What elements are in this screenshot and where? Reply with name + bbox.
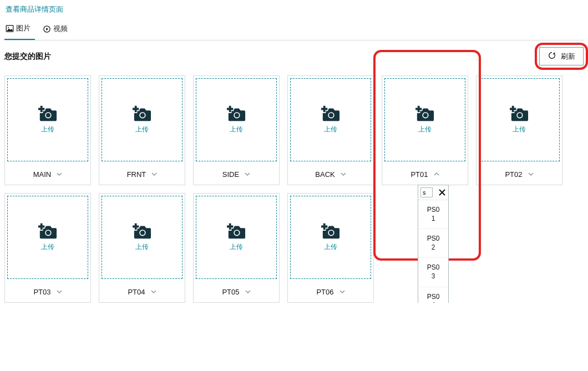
upload-card-pt06: 上传 PT06 bbox=[287, 193, 374, 303]
svg-point-14 bbox=[518, 113, 522, 118]
refresh-button[interactable]: 刷新 bbox=[539, 47, 584, 65]
upload-dropzone[interactable]: 上传 bbox=[7, 78, 88, 161]
refresh-label: 刷新 bbox=[561, 52, 575, 62]
upload-label: 上传 bbox=[230, 242, 243, 252]
camera-plus-icon bbox=[321, 223, 340, 241]
upload-dropzone[interactable]: 上传 bbox=[102, 78, 183, 161]
camera-plus-icon bbox=[38, 105, 57, 124]
upload-dropzone[interactable]: 上传 bbox=[196, 196, 277, 279]
dropdown-option[interactable]: PS04 bbox=[418, 287, 448, 303]
svg-point-4 bbox=[46, 113, 50, 118]
upload-label: 上传 bbox=[230, 125, 243, 134]
upload-card-frnt: 上传 FRNT bbox=[99, 75, 185, 185]
chevron-up-icon bbox=[434, 171, 439, 177]
variant-select[interactable]: PT02 bbox=[477, 164, 562, 185]
camera-plus-icon bbox=[227, 105, 246, 124]
svg-point-8 bbox=[235, 113, 239, 118]
variant-code: PT01 bbox=[410, 170, 428, 179]
camera-plus-icon bbox=[415, 105, 434, 124]
variant-code: BACK bbox=[315, 170, 334, 179]
variant-select[interactable]: PT03 bbox=[5, 281, 90, 302]
variant-select[interactable]: MAIN bbox=[5, 164, 90, 185]
camera-plus-icon bbox=[38, 223, 57, 241]
variant-code: PT06 bbox=[316, 288, 333, 296]
svg-point-20 bbox=[235, 231, 239, 235]
chevron-down-icon bbox=[245, 171, 250, 177]
close-icon[interactable] bbox=[438, 189, 446, 196]
variant-code: MAIN bbox=[33, 170, 52, 179]
upload-label: 上传 bbox=[41, 242, 54, 252]
variant-select[interactable]: PT06 bbox=[288, 281, 373, 302]
video-icon bbox=[43, 25, 51, 33]
camera-plus-icon bbox=[510, 105, 529, 124]
upload-card-pt04: 上传 PT04 bbox=[99, 193, 185, 303]
upload-label: 上传 bbox=[418, 125, 432, 134]
upload-card-main: 上传 MAIN bbox=[4, 75, 91, 185]
chevron-down-icon bbox=[339, 289, 345, 294]
cards-grid: 上传 MAIN 上传 FRNT 上传 SIDE 上传 BACK bbox=[4, 75, 584, 303]
tab-video-label: 视频 bbox=[53, 24, 68, 34]
variant-select[interactable]: PT04 bbox=[99, 281, 185, 302]
variant-code: FRNT bbox=[127, 170, 146, 179]
variant-select[interactable]: SIDE bbox=[194, 164, 279, 185]
upload-card-pt01: 上传 PT01 PS01PS02PS03PS04PS05PS06 bbox=[382, 75, 468, 185]
upload-label: 上传 bbox=[41, 125, 54, 134]
variant-code: PT02 bbox=[505, 170, 522, 179]
svg-point-1 bbox=[8, 27, 9, 28]
image-icon bbox=[6, 24, 14, 33]
svg-point-16 bbox=[46, 231, 50, 235]
svg-point-10 bbox=[329, 113, 333, 118]
tabs-bar: 图片 视频 bbox=[4, 21, 584, 40]
tab-video[interactable]: 视频 bbox=[42, 22, 72, 39]
svg-point-6 bbox=[140, 113, 145, 118]
upload-dropzone[interactable]: 上传 bbox=[384, 78, 465, 161]
camera-plus-icon bbox=[227, 223, 246, 241]
dropdown-search-input[interactable] bbox=[420, 187, 433, 197]
variant-select[interactable]: PT05 bbox=[194, 281, 279, 302]
upload-label: 上传 bbox=[135, 125, 149, 134]
view-detail-link[interactable]: 查看商品详情页面 bbox=[4, 0, 584, 18]
upload-card-back: 上传 BACK bbox=[287, 75, 374, 185]
variant-code: PT04 bbox=[128, 288, 145, 296]
upload-dropzone[interactable]: 上传 bbox=[196, 78, 277, 161]
variant-select[interactable]: PT01 bbox=[382, 164, 468, 185]
page-title: 您提交的图片 bbox=[4, 52, 51, 62]
svg-point-18 bbox=[140, 231, 145, 235]
refresh-icon bbox=[548, 51, 556, 62]
camera-plus-icon bbox=[133, 105, 151, 124]
svg-point-22 bbox=[329, 231, 333, 235]
upload-label: 上传 bbox=[513, 125, 526, 134]
chevron-down-icon bbox=[151, 289, 156, 294]
tab-image-label: 图片 bbox=[16, 23, 31, 33]
upload-dropzone[interactable]: 上传 bbox=[7, 196, 88, 279]
chevron-down-icon bbox=[151, 171, 157, 177]
upload-dropzone[interactable]: 上传 bbox=[479, 78, 560, 161]
variant-code: PT05 bbox=[222, 288, 239, 296]
upload-card-side: 上传 SIDE bbox=[193, 75, 280, 185]
upload-label: 上传 bbox=[135, 242, 149, 252]
variant-select[interactable]: FRNT bbox=[99, 164, 185, 185]
variant-dropdown: PS01PS02PS03PS04PS05PS06 bbox=[418, 185, 449, 303]
upload-dropzone[interactable]: 上传 bbox=[290, 196, 371, 279]
dropdown-option[interactable]: PS02 bbox=[418, 229, 448, 258]
upload-label: 上传 bbox=[324, 125, 337, 134]
upload-dropzone[interactable]: 上传 bbox=[290, 78, 371, 161]
variant-code: SIDE bbox=[222, 170, 239, 179]
upload-card-pt03: 上传 PT03 bbox=[4, 193, 91, 303]
upload-label: 上传 bbox=[324, 242, 337, 252]
upload-card-pt02: 上传 PT02 bbox=[476, 75, 562, 185]
upload-dropzone[interactable]: 上传 bbox=[102, 196, 183, 279]
variant-select[interactable]: BACK bbox=[288, 164, 373, 185]
chevron-down-icon bbox=[57, 289, 62, 294]
chevron-down-icon bbox=[57, 171, 62, 177]
chevron-down-icon bbox=[245, 289, 251, 294]
tab-image[interactable]: 图片 bbox=[4, 21, 35, 40]
camera-plus-icon bbox=[133, 223, 151, 241]
upload-card-pt05: 上传 PT05 bbox=[193, 193, 280, 303]
dropdown-option[interactable]: PS01 bbox=[418, 200, 448, 229]
variant-code: PT03 bbox=[33, 288, 50, 296]
camera-plus-icon bbox=[321, 105, 340, 124]
svg-point-12 bbox=[423, 113, 428, 118]
dropdown-option[interactable]: PS03 bbox=[418, 258, 448, 287]
chevron-down-icon bbox=[528, 171, 534, 177]
